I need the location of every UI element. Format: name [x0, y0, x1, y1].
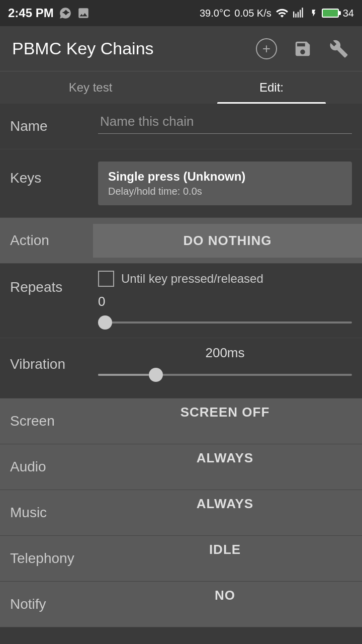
settings-button[interactable] — [328, 38, 350, 60]
audio-row: Audio ALWAYS — [0, 444, 362, 490]
music-label: Music — [0, 490, 93, 535]
app-actions: + — [255, 38, 350, 60]
action-label: Action — [0, 218, 93, 263]
vibration-value: 200ms — [98, 345, 352, 361]
key-type: Single press (Unknown) — [108, 170, 342, 184]
music-value-button[interactable]: ALWAYS — [98, 496, 352, 512]
repeats-row: Repeats Until key pressed/released 0 — [0, 264, 362, 338]
status-bar: 2:45 PM 39.0°C 0.05 K/s 34 — [0, 0, 362, 26]
status-right: 39.0°C 0.05 K/s 34 — [200, 7, 354, 20]
wrench-icon — [329, 39, 348, 58]
checkbox-row: Until key pressed/released — [98, 271, 352, 287]
until-key-checkbox[interactable] — [98, 271, 114, 287]
status-time: 2:45 PM — [8, 6, 54, 20]
vibration-content: 200ms — [93, 338, 362, 390]
screen-label: Screen — [0, 398, 93, 444]
notify-value-button[interactable]: NO — [98, 588, 352, 603]
until-key-label: Until key pressed/released — [121, 272, 263, 286]
vibration-slider-track — [98, 374, 352, 376]
vibration-slider[interactable] — [98, 367, 352, 383]
vibration-label: Vibration — [0, 338, 93, 383]
action-row: Action DO NOTHING — [0, 218, 362, 264]
repeats-slider[interactable] — [98, 314, 352, 331]
add-circle-icon: + — [256, 38, 277, 59]
repeat-value: 0 — [98, 294, 352, 309]
app-title: PBMC Key Chains — [12, 39, 154, 58]
battery-icon — [322, 9, 339, 18]
name-input-wrapper — [98, 110, 352, 134]
tab-edit[interactable]: Edit: — [181, 71, 362, 104]
notify-content: NO — [93, 582, 362, 609]
telephony-label: Telephony — [0, 536, 93, 581]
tab-key-test[interactable]: Key test — [0, 71, 181, 104]
tab-bar: Key test Edit: — [0, 71, 362, 104]
telephony-content: IDLE — [93, 536, 362, 564]
music-content: ALWAYS — [93, 490, 362, 518]
action-button[interactable]: DO NOTHING — [93, 224, 362, 258]
audio-label: Audio — [0, 444, 93, 490]
audio-value-button[interactable]: ALWAYS — [98, 450, 352, 466]
wifi-icon — [276, 7, 289, 20]
keys-label: Keys — [0, 155, 93, 201]
name-row: Name — [0, 104, 362, 149]
repeats-content: Until key pressed/released 0 — [93, 264, 362, 338]
messenger-icon — [59, 7, 72, 20]
content: Name Keys Single press (Unknown) Delay/h… — [0, 104, 362, 627]
name-content — [93, 104, 362, 140]
key-delay: Delay/hold time: 0.0s — [108, 186, 342, 197]
charging-icon — [310, 7, 318, 20]
battery-percent: 34 — [343, 8, 354, 19]
screen-row: Screen SCREEN OFF — [0, 398, 362, 444]
repeats-slider-track — [98, 321, 352, 324]
action-content: DO NOTHING — [93, 224, 362, 258]
temperature: 39.0°C — [200, 8, 230, 19]
keys-content: Single press (Unknown) Delay/hold time: … — [93, 155, 362, 211]
name-label: Name — [0, 104, 93, 149]
screen-value-button[interactable]: SCREEN OFF — [98, 405, 352, 420]
repeats-label: Repeats — [0, 264, 93, 309]
add-button[interactable]: + — [255, 38, 278, 60]
status-left: 2:45 PM — [8, 6, 90, 20]
save-icon — [293, 39, 312, 58]
music-row: Music ALWAYS — [0, 490, 362, 536]
notify-row: Notify NO — [0, 582, 362, 627]
vibration-slider-fill — [98, 374, 149, 376]
notify-label: Notify — [0, 582, 93, 627]
keys-card[interactable]: Single press (Unknown) Delay/hold time: … — [98, 162, 352, 205]
screen-content: SCREEN OFF — [93, 398, 362, 426]
repeats-slider-thumb[interactable] — [98, 315, 112, 330]
app-bar: PBMC Key Chains + — [0, 26, 362, 71]
image-icon — [77, 7, 90, 20]
name-input[interactable] — [98, 110, 352, 134]
save-button[interactable] — [292, 38, 314, 60]
keys-row: Keys Single press (Unknown) Delay/hold t… — [0, 149, 362, 218]
vibration-row: Vibration 200ms — [0, 338, 362, 398]
telephony-value-button[interactable]: IDLE — [98, 542, 352, 557]
audio-content: ALWAYS — [93, 444, 362, 472]
signal-icon — [293, 7, 306, 20]
telephony-row: Telephony IDLE — [0, 536, 362, 582]
vibration-slider-thumb[interactable] — [149, 368, 163, 382]
data-speed: 0.05 K/s — [234, 8, 271, 19]
